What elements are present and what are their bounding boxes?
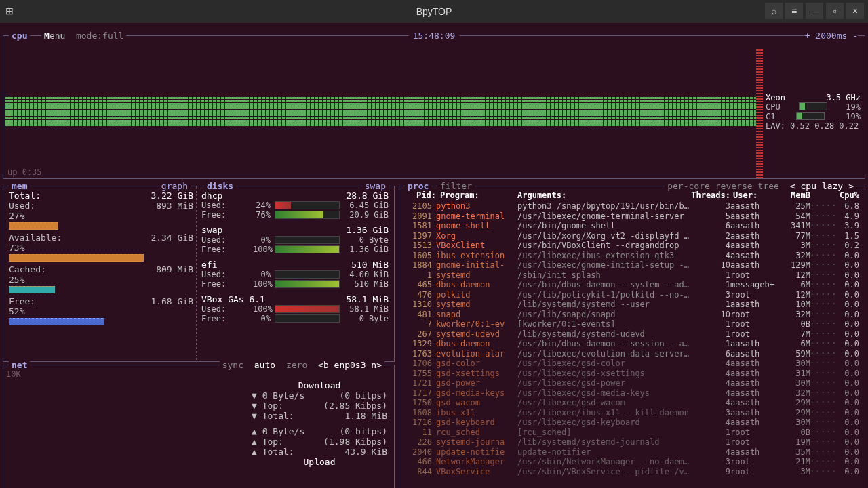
table-row[interactable]: 2105python3python3 /snap/bpytop/191/usr/…: [405, 201, 859, 211]
load-average: LAV: 0.52 0.28 0.22: [766, 121, 861, 131]
minimize-button[interactable]: —: [806, 3, 823, 19]
mem-panel: mem graph disks swap Total:3.22 GiB Used…: [3, 186, 395, 362]
close-button[interactable]: ×: [846, 3, 864, 19]
table-row[interactable]: 1755gsd-xsettings/usr/libexec/gsd-xsetti…: [405, 369, 859, 379]
window-title: BpyTOP: [416, 6, 452, 17]
table-row[interactable]: 476polkitd/usr/lib/policykit-1/polkitd -…: [405, 290, 859, 300]
table-row[interactable]: 1608ibus-x11/usr/libexec/ibus-x11 --kill…: [405, 408, 859, 418]
update-interval[interactable]: + 2000ms -: [805, 30, 858, 41]
proc-title: proc: [405, 181, 431, 191]
table-row[interactable]: 481snapd/usr/lib/snapd/snapd10 root32M⠂⠂…: [405, 310, 859, 320]
table-row[interactable]: 1763evolution-alar/usr/libexec/evolution…: [405, 349, 859, 359]
proc-tabs[interactable]: per-corereversetree <cpu lazy>: [665, 181, 856, 191]
app-icon: ⊞: [5, 5, 14, 16]
maximize-button[interactable]: ▫: [826, 3, 844, 19]
cpu-panel: cpu MMenuenu mode:full 15:48:09 + 2000ms…: [3, 35, 865, 179]
table-row[interactable]: 1605ibus-extension/usr/libexec/ibus-exte…: [405, 251, 859, 261]
search-icon[interactable]: ⌕: [765, 3, 783, 19]
table-row[interactable]: 2091gnome-terminal/usr/libexec/gnome-ter…: [405, 211, 859, 222]
table-row[interactable]: 1513VBoxClient/usr/bin/VBoxClient --drag…: [405, 241, 859, 251]
net-panel: net sync auto zero <b enp0s3 n> 10K 10K …: [3, 365, 395, 488]
table-row[interactable]: 466NetworkManager/usr/sbin/NetworkManage…: [405, 457, 859, 467]
clock: 15:48:09: [409, 30, 460, 41]
mem-graph-label[interactable]: graph: [159, 181, 191, 191]
table-row[interactable]: 1310systemd/lib/systemd/systemd --user1 …: [405, 300, 859, 310]
table-row[interactable]: 11rcu_sched[rcu_sched]1 root0B⠂⠂⠂⠂⠂0.0: [405, 428, 859, 438]
titlebar: ⊞ BpyTOP ⌕ ≡ — ▫ ×: [0, 0, 868, 23]
table-row[interactable]: 1329dbus-daemon/usr/bin/dbus-daemon --se…: [405, 339, 859, 349]
swap-title: swap: [362, 181, 389, 191]
table-row[interactable]: 465dbus-daemon/usr/bin/dbus-daemon --sys…: [405, 280, 859, 290]
table-row[interactable]: 1581gnome-shell/usr/bin/gnome-shell6 aas…: [405, 221, 859, 231]
net-tabs[interactable]: sync auto zero <b enp0s3 n>: [220, 360, 384, 370]
cpu-graph-spike: [756, 49, 763, 178]
table-row[interactable]: 226systemd-journa/lib/systemd/systemd-jo…: [405, 437, 859, 447]
cpu-graph: [5, 97, 763, 127]
disk-swap: swap1.36 GiBUsed:0%0 ByteFree:100%1.36 G…: [201, 225, 389, 254]
proc-panel: proc filter per-corereversetree <cpu laz…: [399, 186, 865, 488]
disk-VBox_GAs_6.1: VBox_GAs_6.158.1 MiBUsed:100%58.1 MiBFre…: [201, 294, 389, 323]
table-row[interactable]: 1750gsd-wacom/usr/libexec/gsd-wacom4 aas…: [405, 398, 859, 408]
table-row[interactable]: 2040update-notifieupdate-notifier4 aasat…: [405, 447, 859, 458]
net-title: net: [9, 360, 30, 370]
uptime: up 0:35: [7, 167, 42, 177]
table-row[interactable]: 1884gnome-initial-/usr/libexec/gnome-ini…: [405, 260, 859, 270]
mem-title: mem: [9, 181, 30, 191]
cpu-menu[interactable]: MMenuenu mode:full: [41, 30, 126, 41]
disk-efi: efi510 MiBUsed:0%4.00 KiBFree:100%510 Mi…: [201, 260, 389, 289]
table-row[interactable]: 7kworker/0:1-ev[kworker/0:1-events]1 roo…: [405, 319, 859, 329]
net-scale-top: 10K: [6, 369, 21, 379]
table-row[interactable]: 1systemd/sbin/init splash1 root12M⠂⠂⠂⠂⠂0…: [405, 270, 859, 281]
net-stats: Download ▼ 0 Byte/s(0 bitps) ▼ Top:(2.85…: [252, 380, 387, 467]
cpu-info: Xeon3.5 GHz CPU19%C119% LAV: 0.52 0.28 0…: [766, 93, 861, 131]
cpu-title: cpu: [9, 30, 30, 41]
table-row[interactable]: 1706gsd-color/usr/libexec/gsd-color4 aas…: [405, 359, 859, 369]
proc-filter[interactable]: filter: [437, 181, 475, 191]
proc-header: Pid: Program: Arguments: Threads: User: …: [405, 190, 859, 200]
table-row[interactable]: 844VBoxService/usr/sbin/VBoxService --pi…: [405, 467, 859, 477]
table-row[interactable]: 1397Xorg/usr/lib/xorg/Xorg vt2 -displayf…: [405, 231, 859, 241]
disks-title: disks: [204, 181, 236, 191]
table-row[interactable]: 1716gsd-keyboard/usr/libexec/gsd-keyboar…: [405, 418, 859, 428]
disk-dhcp: dhcp28.8 GiBUsed:24%6.45 GiBFree:76%20.9…: [201, 190, 389, 220]
table-row[interactable]: 1721gsd-power/usr/libexec/gsd-power4 aas…: [405, 378, 859, 388]
table-row[interactable]: 267systemd-udevd/lib/systemd/systemd-ude…: [405, 329, 859, 340]
table-row[interactable]: 1717gsd-media-keys/usr/libexec/gsd-media…: [405, 388, 859, 399]
menu-icon[interactable]: ≡: [785, 3, 803, 19]
